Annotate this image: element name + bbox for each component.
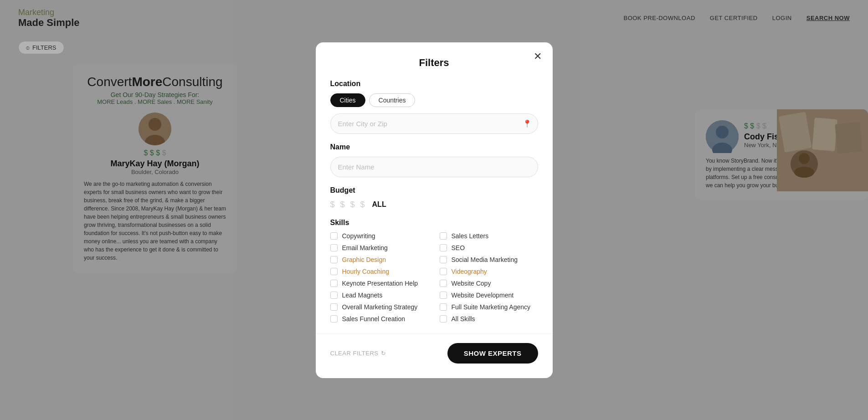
skill-checkbox-copywriting[interactable] <box>330 232 338 240</box>
skill-email-marketing[interactable]: Email Marketing <box>330 244 429 251</box>
skill-checkbox-full-suite[interactable] <box>440 303 447 311</box>
filters-modal: Filters ✕ Location Cities Countries 📍 Na… <box>316 42 553 378</box>
tab-countries[interactable]: Countries <box>369 93 416 107</box>
skill-label-website-copy: Website Copy <box>452 280 491 287</box>
skill-keynote[interactable]: Keynote Presentation Help <box>330 280 429 287</box>
skills-label: Skills <box>330 219 538 227</box>
skill-all-skills[interactable]: All Skills <box>440 315 538 323</box>
budget-dollar-4[interactable]: $ <box>360 200 365 210</box>
name-input[interactable] <box>330 157 538 177</box>
skill-website-copy[interactable]: Website Copy <box>440 280 538 287</box>
city-search-input[interactable] <box>330 113 538 134</box>
budget-all[interactable]: ALL <box>372 200 386 209</box>
budget-dollar-3[interactable]: $ <box>350 200 355 210</box>
skill-overall-marketing[interactable]: Overall Marketing Strategy <box>330 303 429 311</box>
skill-label-overall-marketing: Overall Marketing Strategy <box>342 303 418 311</box>
skill-hourly-coaching[interactable]: Hourly Coaching <box>330 268 429 275</box>
skill-checkbox-seo[interactable] <box>440 244 447 251</box>
skill-checkbox-website-copy[interactable] <box>440 280 447 287</box>
skill-label-sales-letters: Sales Letters <box>452 232 489 240</box>
skill-checkbox-email-marketing[interactable] <box>330 244 338 251</box>
skill-checkbox-hourly-coaching[interactable] <box>330 268 338 275</box>
skill-checkbox-sales-funnel[interactable] <box>330 315 338 323</box>
skill-checkbox-sales-letters[interactable] <box>440 232 447 240</box>
skill-checkbox-lead-magnets[interactable] <box>330 292 338 299</box>
skill-sales-letters[interactable]: Sales Letters <box>440 232 538 240</box>
modal-divider <box>316 333 553 334</box>
modal-overlay[interactable]: Filters ✕ Location Cities Countries 📍 Na… <box>0 0 868 420</box>
skill-label-hourly-coaching: Hourly Coaching <box>342 268 390 275</box>
location-label: Location <box>330 80 538 88</box>
modal-actions: CLEAR FILTERS ↻ SHOW EXPERTS <box>330 343 538 364</box>
skill-lead-magnets[interactable]: Lead Magnets <box>330 292 429 299</box>
skill-label-lead-magnets: Lead Magnets <box>342 292 383 299</box>
skill-social-media[interactable]: Social Media Marketing <box>440 256 538 263</box>
skill-seo[interactable]: SEO <box>440 244 538 251</box>
skill-label-social-media: Social Media Marketing <box>452 256 518 263</box>
skill-label-full-suite: Full Suite Marketing Agency <box>452 303 531 311</box>
skill-copywriting[interactable]: Copywriting <box>330 232 429 240</box>
skill-checkbox-graphic-design[interactable] <box>330 256 338 263</box>
skill-graphic-design[interactable]: Graphic Design <box>330 256 429 263</box>
skill-website-dev[interactable]: Website Development <box>440 292 538 299</box>
skill-checkbox-social-media[interactable] <box>440 256 447 263</box>
skill-checkbox-keynote[interactable] <box>330 280 338 287</box>
budget-dollar-2[interactable]: $ <box>340 200 345 210</box>
skill-videography[interactable]: Videography <box>440 268 538 275</box>
skill-label-keynote: Keynote Presentation Help <box>342 280 418 287</box>
show-experts-button[interactable]: SHOW EXPERTS <box>447 343 538 364</box>
skill-label-all-skills: All Skills <box>452 315 475 323</box>
clear-filters-button[interactable]: CLEAR FILTERS ↻ <box>330 350 386 357</box>
modal-close-button[interactable]: ✕ <box>534 51 542 61</box>
skill-label-graphic-design: Graphic Design <box>342 256 386 263</box>
skill-label-email-marketing: Email Marketing <box>342 244 388 251</box>
location-tabs: Cities Countries <box>330 93 538 107</box>
name-label: Name <box>330 143 538 151</box>
skill-full-suite[interactable]: Full Suite Marketing Agency <box>440 303 538 311</box>
city-search-wrap: 📍 <box>330 113 538 134</box>
skill-checkbox-all-skills[interactable] <box>440 315 447 323</box>
skill-label-videography: Videography <box>452 268 487 275</box>
budget-dollar-1[interactable]: $ <box>330 200 335 210</box>
skill-sales-funnel[interactable]: Sales Funnel Creation <box>330 315 429 323</box>
modal-title: Filters <box>330 57 538 69</box>
tab-cities[interactable]: Cities <box>330 93 365 107</box>
skill-checkbox-overall-marketing[interactable] <box>330 303 338 311</box>
budget-row: $ $ $ $ ALL <box>330 200 538 210</box>
budget-label: Budget <box>330 186 538 195</box>
clear-label: CLEAR FILTERS <box>330 350 379 357</box>
skill-checkbox-videography[interactable] <box>440 268 447 275</box>
skills-grid: Copywriting Sales Letters Email Marketin… <box>330 232 538 323</box>
skill-label-copywriting: Copywriting <box>342 232 375 240</box>
skill-label-seo: SEO <box>452 244 465 251</box>
location-pin-icon: 📍 <box>523 119 532 128</box>
skill-label-sales-funnel: Sales Funnel Creation <box>342 315 406 323</box>
refresh-icon: ↻ <box>381 350 386 357</box>
skill-checkbox-website-dev[interactable] <box>440 292 447 299</box>
skill-label-website-dev: Website Development <box>452 292 514 299</box>
